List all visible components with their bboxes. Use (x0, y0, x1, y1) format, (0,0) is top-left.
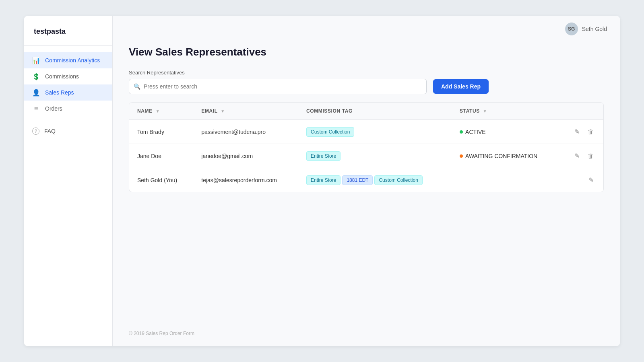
cell-actions: ✎🗑 (559, 120, 603, 144)
col-header-name[interactable]: NAME ▼ (129, 103, 193, 120)
search-wrapper: 🔍 (129, 79, 427, 94)
action-buttons: ✎🗑 (567, 150, 595, 161)
main-content: SG Seth Gold View Sales Representatives … (113, 16, 620, 346)
delete-button[interactable]: 🗑 (586, 151, 595, 161)
status-badge: AWAITING CONFIRMATION (460, 153, 551, 159)
sales-reps-table: NAME ▼ EMAIL ▼ COMMISSION TAG (129, 103, 603, 192)
commission-tag-badge: 1881 EDT (342, 175, 373, 185)
cell-actions: ✎🗑 (559, 144, 603, 168)
sidebar-divider (32, 120, 104, 120)
sidebar-item-sales-reps[interactable]: 👤 Sales Reps (24, 84, 112, 101)
avatar: SG (565, 23, 578, 35)
cell-email: passivement@tudena.pro (193, 120, 298, 144)
sidebar-item-faq[interactable]: ? FAQ (24, 123, 112, 139)
page-title: View Sales Representatives (129, 46, 604, 58)
cell-email: janedoe@gmail.com (193, 144, 298, 168)
footer: © 2019 Sales Rep Order Form (113, 321, 620, 346)
cell-commission-tag: Entire Store (298, 144, 452, 168)
commission-analytics-icon: 📊 (32, 56, 40, 64)
sidebar-nav: 📊 Commission Analytics 💲 Commissions 👤 S… (24, 46, 112, 346)
cell-commission-tag: Custom Collection (298, 120, 452, 144)
cell-name: Seth Gold (You) (129, 168, 193, 192)
col-header-commission-tag: COMMISSION TAG (298, 103, 452, 120)
sort-icon-email: ▼ (221, 109, 225, 113)
delete-button[interactable]: 🗑 (586, 127, 595, 137)
sidebar-item-label: Commission Analytics (45, 57, 100, 64)
status-badge: ACTIVE (460, 129, 551, 135)
cell-status (452, 168, 559, 192)
search-section: Search Representatives 🔍 Add Sales Rep (129, 70, 604, 94)
col-header-email[interactable]: EMAIL ▼ (193, 103, 298, 120)
edit-button[interactable]: ✎ (573, 126, 581, 137)
cell-name: Jane Doe (129, 144, 193, 168)
search-label: Search Representatives (129, 70, 604, 76)
commission-tag-badge: Entire Store (306, 175, 341, 185)
sidebar-item-label: FAQ (44, 128, 56, 134)
col-header-actions (559, 103, 603, 120)
action-buttons: ✎🗑 (567, 126, 595, 137)
sidebar-item-commissions[interactable]: 💲 Commissions (24, 68, 112, 84)
sort-icon-name: ▼ (156, 109, 160, 113)
footer-text: © 2019 Sales Rep Order Form (129, 331, 194, 336)
sidebar-item-commission-analytics[interactable]: 📊 Commission Analytics (24, 52, 112, 68)
faq-icon: ? (32, 128, 39, 135)
search-row: 🔍 Add Sales Rep (129, 79, 604, 94)
cell-status: AWAITING CONFIRMATION (452, 144, 559, 168)
sidebar-item-label: Orders (45, 105, 62, 112)
sales-reps-icon: 👤 (32, 88, 40, 97)
table-row: Seth Gold (You)tejas@salesreporderform.c… (129, 168, 603, 192)
action-buttons: ✎ (567, 175, 595, 185)
table-row: Jane Doejanedoe@gmail.comEntire StoreAWA… (129, 144, 603, 168)
status-label: AWAITING CONFIRMATION (465, 153, 537, 159)
col-header-status[interactable]: STATUS ▼ (452, 103, 559, 120)
cell-commission-tag: Entire Store1881 EDTCustom Collection (298, 168, 452, 192)
add-sales-rep-button[interactable]: Add Sales Rep (433, 79, 489, 94)
status-dot (460, 154, 463, 158)
table-row: Tom Bradypassivement@tudena.proCustom Co… (129, 120, 603, 144)
sidebar-item-label: Commissions (45, 73, 79, 80)
status-label: ACTIVE (465, 129, 486, 135)
commission-tag-badge: Custom Collection (306, 127, 354, 137)
cell-status: ACTIVE (452, 120, 559, 144)
orders-icon: ≡ (32, 105, 40, 113)
cell-name: Tom Brady (129, 120, 193, 144)
edit-button[interactable]: ✎ (573, 150, 581, 161)
commission-tag-badge: Custom Collection (374, 175, 422, 185)
sidebar-item-label: Sales Reps (45, 89, 74, 96)
topbar: SG Seth Gold (113, 16, 620, 42)
table-header-row: NAME ▼ EMAIL ▼ COMMISSION TAG (129, 103, 603, 120)
sidebar: testpasta 📊 Commission Analytics 💲 Commi… (24, 16, 113, 346)
search-input[interactable] (129, 79, 427, 94)
user-name: Seth Gold (582, 26, 607, 32)
status-dot (460, 130, 463, 134)
commission-tag-badge: Entire Store (306, 151, 341, 161)
search-icon: 🔍 (134, 83, 140, 90)
sort-icon-status: ▼ (483, 109, 487, 113)
page-body: View Sales Representatives Search Repres… (113, 42, 620, 321)
sidebar-item-orders[interactable]: ≡ Orders (24, 101, 112, 117)
sales-reps-table-card: NAME ▼ EMAIL ▼ COMMISSION TAG (129, 102, 604, 192)
edit-button[interactable]: ✎ (587, 175, 595, 185)
cell-actions: ✎ (559, 168, 603, 192)
app-logo: testpasta (24, 16, 112, 46)
commissions-icon: 💲 (32, 72, 40, 80)
cell-email: tejas@salesreporderform.com (193, 168, 298, 192)
